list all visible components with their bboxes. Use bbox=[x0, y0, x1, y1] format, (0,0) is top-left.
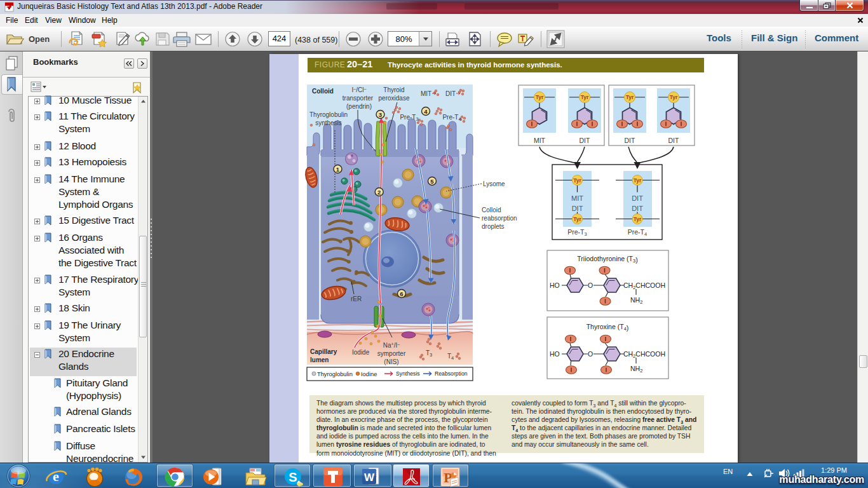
svg-text:W: W bbox=[364, 471, 375, 484]
svg-text:4: 4 bbox=[424, 108, 428, 115]
svg-text:reabsorption: reabsorption bbox=[482, 215, 517, 222]
svg-text:(NIS): (NIS) bbox=[384, 358, 398, 365]
svg-text:5: 5 bbox=[430, 178, 434, 185]
svg-text:1: 1 bbox=[336, 166, 340, 173]
svg-text:DIT: DIT bbox=[632, 194, 643, 202]
svg-text:Capillary: Capillary bbox=[310, 348, 337, 355]
svg-text:synthesis: synthesis bbox=[315, 119, 342, 126]
svg-text:DIT: DIT bbox=[572, 205, 583, 212]
svg-text:(pendrin): (pendrin) bbox=[346, 103, 372, 110]
svg-text:transporter: transporter bbox=[342, 95, 374, 102]
svg-text:Colloid: Colloid bbox=[312, 88, 334, 95]
svg-text:Thyroglobulin: Thyroglobulin bbox=[317, 371, 353, 377]
svg-text:Tyr: Tyr bbox=[634, 177, 642, 184]
svg-text:O: O bbox=[588, 350, 593, 358]
svg-text:HO: HO bbox=[550, 350, 560, 358]
svg-text:DIT: DIT bbox=[625, 137, 636, 144]
svg-text:DIT: DIT bbox=[580, 137, 591, 144]
svg-text:rER: rER bbox=[351, 295, 362, 302]
svg-text:Tyr: Tyr bbox=[573, 216, 581, 222]
svg-text:Thyroid: Thyroid bbox=[383, 86, 404, 93]
svg-text:DIT: DIT bbox=[668, 137, 680, 144]
svg-text:Tyr: Tyr bbox=[626, 94, 634, 100]
svg-text:Thyroglobulin: Thyroglobulin bbox=[309, 111, 348, 118]
svg-text:symporter: symporter bbox=[377, 350, 406, 357]
svg-text:DIT: DIT bbox=[632, 205, 643, 212]
svg-text:Lysome: Lysome bbox=[483, 180, 505, 187]
svg-text:droplets: droplets bbox=[482, 223, 505, 230]
svg-text:Colloid: Colloid bbox=[482, 207, 501, 214]
svg-text:Reabsorption: Reabsorption bbox=[435, 370, 468, 377]
svg-text:Iodide: Iodide bbox=[352, 349, 370, 356]
svg-text:O: O bbox=[588, 281, 593, 289]
svg-text:Iodine: Iodine bbox=[361, 371, 377, 377]
svg-text:Pre-T4: Pre-T4 bbox=[628, 228, 647, 237]
svg-text:Tyr: Tyr bbox=[573, 177, 581, 184]
svg-text:3: 3 bbox=[379, 111, 382, 118]
svg-text:Thyroxine (T4): Thyroxine (T4) bbox=[587, 323, 629, 332]
svg-text:MIT: MIT bbox=[571, 194, 583, 202]
svg-text:peroxidase: peroxidase bbox=[379, 95, 410, 102]
svg-text:lumen: lumen bbox=[310, 356, 329, 363]
svg-text:Triiodothyronine (T3): Triiodothyronine (T3) bbox=[577, 255, 637, 264]
svg-text:S: S bbox=[288, 470, 297, 484]
svg-text:Tyr: Tyr bbox=[536, 94, 544, 100]
svg-text:MIT: MIT bbox=[421, 90, 431, 97]
svg-text:2: 2 bbox=[377, 189, 381, 196]
svg-text:Tyr: Tyr bbox=[581, 94, 589, 100]
svg-text:MIT: MIT bbox=[534, 137, 546, 144]
svg-text:Tyr: Tyr bbox=[634, 216, 642, 222]
svg-text:Tyr: Tyr bbox=[670, 94, 678, 100]
svg-text:6: 6 bbox=[400, 290, 403, 297]
svg-text:CH2CHCOOH: CH2CHCOOH bbox=[623, 350, 665, 359]
svg-text:CH2CHCOOH: CH2CHCOOH bbox=[623, 281, 665, 290]
svg-text:HO: HO bbox=[550, 281, 560, 289]
svg-text:DIT: DIT bbox=[445, 90, 456, 97]
svg-text:Pre-T3: Pre-T3 bbox=[567, 228, 587, 237]
svg-text:Synthesis: Synthesis bbox=[396, 370, 420, 377]
